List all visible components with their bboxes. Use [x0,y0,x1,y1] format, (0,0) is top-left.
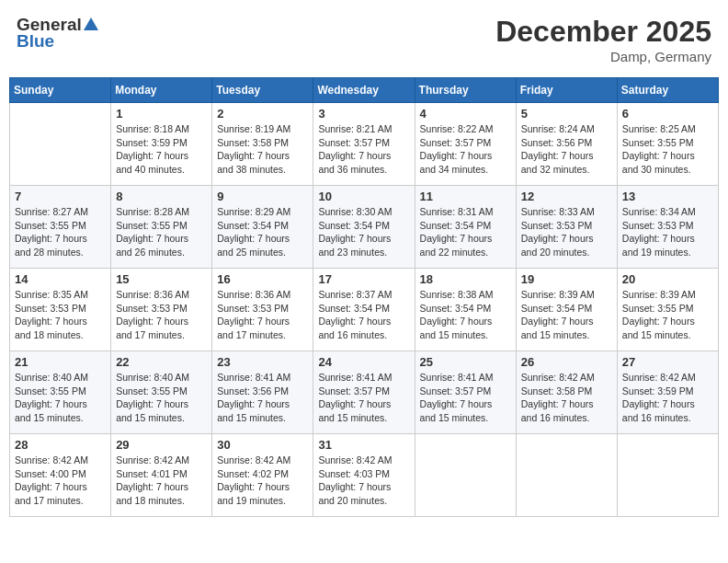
day-info: Sunrise: 8:19 AMSunset: 3:58 PMDaylight:… [217,122,308,177]
day-info: Sunrise: 8:41 AMSunset: 3:57 PMDaylight:… [420,371,511,425]
day-info: Sunrise: 8:42 AMSunset: 4:03 PMDaylight:… [318,454,409,508]
calendar-cell: 7Sunrise: 8:27 AMSunset: 3:55 PMDaylight… [10,186,111,269]
calendar-cell: 8Sunrise: 8:28 AMSunset: 3:55 PMDaylight… [111,186,212,269]
day-number: 12 [521,190,612,203]
calendar-week-row: 28Sunrise: 8:42 AMSunset: 4:00 PMDayligh… [10,434,719,517]
day-number: 28 [15,438,106,452]
day-info: Sunrise: 8:42 AMSunset: 4:00 PMDaylight:… [15,454,106,508]
day-info: Sunrise: 8:40 AMSunset: 3:55 PMDaylight:… [15,371,106,425]
calendar-cell: 30Sunrise: 8:42 AMSunset: 4:02 PMDayligh… [212,434,313,517]
logo: General Blue [17,15,99,52]
page-header: General Blue December 2025 Damp, Germany [9,9,719,70]
day-info: Sunrise: 8:22 AMSunset: 3:57 PMDaylight:… [420,122,511,177]
calendar-cell: 20Sunrise: 8:39 AMSunset: 3:55 PMDayligh… [617,269,718,351]
day-number: 26 [521,355,612,369]
day-number: 30 [217,438,308,452]
calendar-cell: 28Sunrise: 8:42 AMSunset: 4:00 PMDayligh… [10,434,111,517]
day-info: Sunrise: 8:42 AMSunset: 4:02 PMDaylight:… [217,454,308,508]
day-number: 16 [217,272,308,286]
day-number: 20 [622,272,713,286]
calendar-cell: 17Sunrise: 8:37 AMSunset: 3:54 PMDayligh… [313,269,415,351]
day-number: 25 [420,355,511,369]
day-info: Sunrise: 8:30 AMSunset: 3:54 PMDaylight:… [318,205,409,259]
day-number: 1 [116,107,207,121]
weekday-header-tuesday: Tuesday [212,78,313,103]
weekday-header-thursday: Thursday [415,78,516,103]
day-number: 21 [15,355,106,369]
weekday-header-saturday: Saturday [617,78,718,103]
day-info: Sunrise: 8:36 AMSunset: 3:53 PMDaylight:… [116,288,207,342]
calendar-header-row: SundayMondayTuesdayWednesdayThursdayFrid… [10,78,719,103]
calendar-cell: 24Sunrise: 8:41 AMSunset: 3:57 PMDayligh… [313,351,415,434]
calendar-cell: 21Sunrise: 8:40 AMSunset: 3:55 PMDayligh… [10,351,111,434]
weekday-header-wednesday: Wednesday [313,78,415,103]
day-info: Sunrise: 8:28 AMSunset: 3:55 PMDaylight:… [116,205,207,259]
calendar-cell [415,434,516,517]
day-number: 2 [217,107,308,121]
day-number: 17 [318,272,409,286]
day-number: 11 [420,190,511,203]
day-number: 7 [15,190,106,203]
day-info: Sunrise: 8:27 AMSunset: 3:55 PMDaylight:… [15,205,106,259]
day-number: 24 [318,355,409,369]
month-title: December 2025 [495,15,711,49]
day-info: Sunrise: 8:36 AMSunset: 3:53 PMDaylight:… [217,288,308,342]
calendar-cell: 5Sunrise: 8:24 AMSunset: 3:56 PMDaylight… [516,103,617,186]
weekday-header-sunday: Sunday [10,78,111,103]
calendar-cell: 4Sunrise: 8:22 AMSunset: 3:57 PMDaylight… [415,103,516,186]
calendar-cell: 19Sunrise: 8:39 AMSunset: 3:54 PMDayligh… [516,269,617,351]
day-info: Sunrise: 8:35 AMSunset: 3:53 PMDaylight:… [15,288,106,342]
calendar-cell: 6Sunrise: 8:25 AMSunset: 3:55 PMDaylight… [617,103,718,186]
weekday-header-monday: Monday [111,78,212,103]
day-number: 14 [15,272,106,286]
calendar-cell: 15Sunrise: 8:36 AMSunset: 3:53 PMDayligh… [111,269,212,351]
day-number: 29 [116,438,207,452]
day-info: Sunrise: 8:24 AMSunset: 3:56 PMDaylight:… [521,122,612,177]
day-info: Sunrise: 8:38 AMSunset: 3:54 PMDaylight:… [420,288,511,342]
day-info: Sunrise: 8:42 AMSunset: 4:01 PMDaylight:… [116,454,207,508]
calendar-cell [516,434,617,517]
calendar-cell: 23Sunrise: 8:41 AMSunset: 3:56 PMDayligh… [212,351,313,434]
calendar-cell: 3Sunrise: 8:21 AMSunset: 3:57 PMDaylight… [313,103,415,186]
calendar-cell: 31Sunrise: 8:42 AMSunset: 4:03 PMDayligh… [313,434,415,517]
day-info: Sunrise: 8:21 AMSunset: 3:57 PMDaylight:… [318,122,409,177]
calendar-cell: 18Sunrise: 8:38 AMSunset: 3:54 PMDayligh… [415,269,516,351]
day-number: 18 [420,272,511,286]
calendar-week-row: 14Sunrise: 8:35 AMSunset: 3:53 PMDayligh… [10,269,719,351]
calendar-cell: 14Sunrise: 8:35 AMSunset: 3:53 PMDayligh… [10,269,111,351]
day-number: 4 [420,107,511,121]
day-number: 5 [521,107,612,121]
day-info: Sunrise: 8:39 AMSunset: 3:55 PMDaylight:… [622,288,713,342]
day-number: 3 [318,107,409,121]
logo-blue-text: Blue [17,31,54,52]
title-area: December 2025 Damp, Germany [495,15,711,64]
calendar-cell: 10Sunrise: 8:30 AMSunset: 3:54 PMDayligh… [313,186,415,269]
day-number: 19 [521,272,612,286]
calendar-week-row: 1Sunrise: 8:18 AMSunset: 3:59 PMDaylight… [10,103,719,186]
day-number: 13 [622,190,713,203]
day-info: Sunrise: 8:29 AMSunset: 3:54 PMDaylight:… [217,205,308,259]
calendar-cell: 13Sunrise: 8:34 AMSunset: 3:53 PMDayligh… [617,186,718,269]
day-info: Sunrise: 8:18 AMSunset: 3:59 PMDaylight:… [116,122,207,177]
calendar-cell: 9Sunrise: 8:29 AMSunset: 3:54 PMDaylight… [212,186,313,269]
calendar-week-row: 21Sunrise: 8:40 AMSunset: 3:55 PMDayligh… [10,351,719,434]
day-info: Sunrise: 8:37 AMSunset: 3:54 PMDaylight:… [318,288,409,342]
calendar-cell: 2Sunrise: 8:19 AMSunset: 3:58 PMDaylight… [212,103,313,186]
day-number: 9 [217,190,308,203]
day-number: 15 [116,272,207,286]
day-number: 10 [318,190,409,203]
calendar-cell: 1Sunrise: 8:18 AMSunset: 3:59 PMDaylight… [111,103,212,186]
day-info: Sunrise: 8:42 AMSunset: 3:58 PMDaylight:… [521,371,612,425]
day-number: 27 [622,355,713,369]
calendar-cell: 27Sunrise: 8:42 AMSunset: 3:59 PMDayligh… [617,351,718,434]
day-info: Sunrise: 8:25 AMSunset: 3:55 PMDaylight:… [622,122,713,177]
logo-icon [83,16,99,32]
calendar-cell [10,103,111,186]
day-info: Sunrise: 8:41 AMSunset: 3:56 PMDaylight:… [217,371,308,425]
svg-marker-0 [84,17,98,30]
day-number: 22 [116,355,207,369]
day-info: Sunrise: 8:42 AMSunset: 3:59 PMDaylight:… [622,371,713,425]
calendar-cell: 29Sunrise: 8:42 AMSunset: 4:01 PMDayligh… [111,434,212,517]
calendar-cell [617,434,718,517]
day-number: 23 [217,355,308,369]
